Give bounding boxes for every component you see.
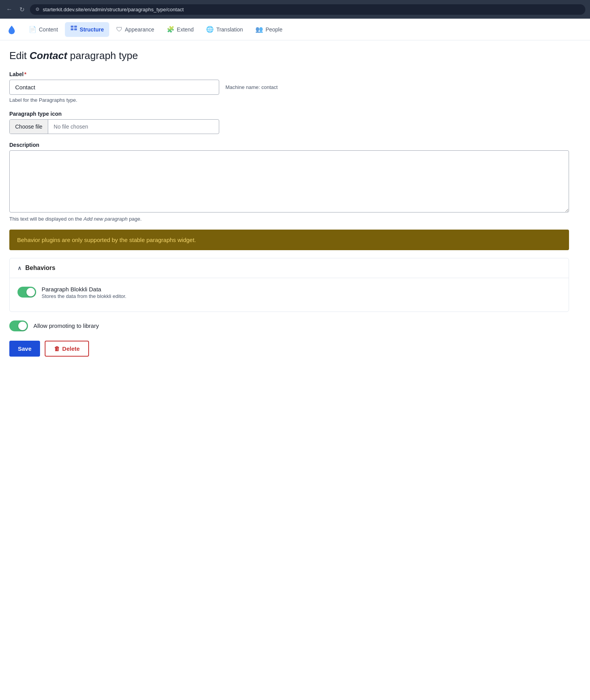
behaviors-heading: Behaviors	[25, 265, 55, 272]
extend-icon: 🧩	[167, 26, 175, 33]
page-title: Edit Contact paragraph type	[9, 50, 581, 62]
blokkli-toggle-desc: Stores the data from the blokkli editor.	[42, 293, 126, 299]
choose-file-button[interactable]: Choose file	[10, 120, 48, 134]
svg-rect-1	[74, 26, 77, 28]
svg-rect-2	[71, 28, 73, 30]
translation-icon: 🌐	[206, 26, 214, 33]
main-content: Edit Contact paragraph type Label* Machi…	[0, 40, 590, 700]
icon-field-label: Paragraph type icon	[9, 111, 581, 117]
url-text: starterkit.ddev.site/en/admin/structure/…	[43, 7, 184, 12]
blokkli-toggle[interactable]	[17, 287, 36, 298]
icon-section: Paragraph type icon Choose file No file …	[9, 111, 581, 134]
nav-item-appearance[interactable]: 🛡 Appearance	[111, 23, 160, 36]
chevron-up-icon: ∧	[17, 265, 21, 271]
allow-promoting-row: Allow promoting to library	[9, 320, 581, 331]
browser-refresh-button[interactable]: ↻	[18, 4, 26, 15]
blokkli-toggle-label: Paragraph Blokkli Data	[42, 286, 126, 293]
required-marker: *	[24, 71, 26, 77]
allow-promoting-toggle[interactable]	[9, 320, 28, 331]
action-buttons: Save 🗑 Delete	[9, 341, 581, 357]
behaviors-header[interactable]: ∧ Behaviors	[10, 258, 569, 278]
nav-item-content[interactable]: 📄 Content	[23, 23, 63, 36]
behavior-toggle-row: Paragraph Blokkli Data Stores the data f…	[17, 286, 561, 299]
file-chosen-text: No file chosen	[48, 120, 94, 134]
toggle-slider	[17, 287, 36, 298]
address-bar: ⚙ starterkit.ddev.site/en/admin/structur…	[30, 4, 585, 15]
behaviors-body: Paragraph Blokkli Data Stores the data f…	[10, 278, 569, 312]
content-icon: 📄	[29, 26, 37, 33]
nav-item-structure[interactable]: Structure	[65, 22, 109, 37]
top-navigation: 📄 Content Structure 🛡 Appearance 🧩 Exten…	[0, 19, 590, 40]
browser-back-button[interactable]: ←	[5, 4, 14, 14]
label-field-label: Label*	[9, 71, 581, 77]
nav-item-extend[interactable]: 🧩 Extend	[161, 23, 199, 36]
lock-icon: ⚙	[35, 7, 40, 12]
nav-item-translation[interactable]: 🌐 Translation	[201, 23, 248, 36]
save-button[interactable]: Save	[9, 341, 40, 357]
description-hint: This text will be displayed on the Add n…	[9, 216, 581, 222]
delete-icon: 🗑	[54, 345, 60, 352]
site-logo[interactable]	[5, 23, 19, 37]
appearance-icon: 🛡	[116, 26, 122, 33]
machine-name: Machine name: contact	[225, 84, 278, 90]
label-input[interactable]	[9, 80, 219, 95]
description-section: Description This text will be displayed …	[9, 142, 581, 222]
delete-button[interactable]: 🗑 Delete	[45, 341, 89, 357]
file-input-wrapper: Choose file No file chosen	[9, 119, 219, 134]
allow-promoting-label: Allow promoting to library	[33, 322, 99, 329]
label-section: Label* Machine name: contact Label for t…	[9, 71, 581, 103]
browser-chrome: ← ↻ ⚙ starterkit.ddev.site/en/admin/stru…	[0, 0, 590, 19]
svg-rect-3	[74, 28, 77, 30]
structure-icon	[70, 25, 77, 34]
people-icon: 👥	[255, 26, 263, 33]
svg-rect-0	[71, 26, 73, 28]
description-field-label: Description	[9, 142, 581, 148]
description-textarea[interactable]	[9, 150, 569, 212]
label-description: Label for the Paragraphs type.	[9, 97, 581, 103]
nav-item-people[interactable]: 👥 People	[250, 23, 288, 36]
warning-banner: Behavior plugins are only supported by t…	[9, 230, 569, 250]
behaviors-section: ∧ Behaviors Paragraph Blokkli Data Store…	[9, 258, 569, 312]
allow-promoting-slider	[9, 320, 28, 331]
